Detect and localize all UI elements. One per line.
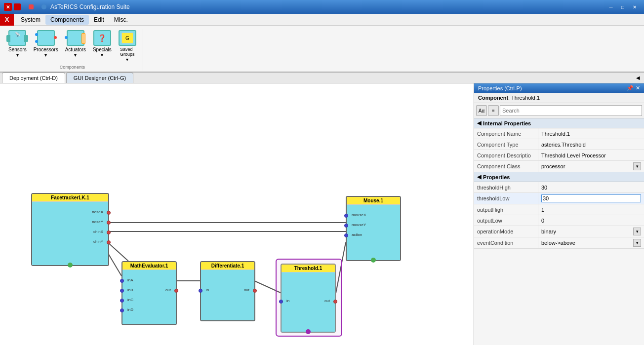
tab-deployment[interactable]: Deployment (Ctrl-D) <box>2 73 65 83</box>
collapse-panel-button[interactable]: ◀ <box>634 74 642 81</box>
prop-close-icon[interactable]: ✕ <box>636 85 640 91</box>
section-internal-label: Internal Properties <box>483 120 531 126</box>
mathevaluator-component[interactable]: MathEvaluator.1 inA inB inC inD out <box>121 261 177 325</box>
prop-row-outputHigh: outputHigh <box>474 204 644 215</box>
sensors-dropdown-arrow: ▾ <box>16 52 19 58</box>
operationMode-value: binary <box>541 229 556 234</box>
port-inD[interactable] <box>120 308 124 312</box>
canvas-scroll[interactable]: FacetrackerLK.1 noseX noseY chinX chinY <box>0 83 474 345</box>
differentiate-component[interactable]: Differentiate.1 in out <box>200 261 255 321</box>
thresholdLow-input[interactable] <box>541 194 641 202</box>
prop-name-operationMode: operationMode <box>474 226 538 237</box>
mouse-component[interactable]: Mouse.1 mouseX mouseY action <box>346 196 401 261</box>
specials-button[interactable]: ❓ Specials ▾ <box>90 29 114 64</box>
processors-button[interactable]: Processors ▾ <box>31 29 61 64</box>
component-name-value: Threshold.1 <box>511 95 540 101</box>
prop-row-eventCondition: eventCondition below->above ▾ <box>474 237 644 249</box>
tab-gui-designer[interactable]: GUI Designer (Ctrl-G) <box>66 73 133 83</box>
properties-header: Properties (Ctrl-P) 📌 ✕ <box>474 83 644 93</box>
svg-line-2 <box>108 253 121 276</box>
prop-value-operationMode[interactable]: binary ▾ <box>538 226 644 237</box>
ribbon-group-label: Components <box>60 65 85 71</box>
title-bar: ✕ AsTeRICS Configuration Suite ─ □ ✕ <box>0 0 644 14</box>
menu-edit[interactable]: Edit <box>89 15 109 25</box>
prop-value-component-class[interactable]: processor ▾ <box>538 161 644 172</box>
maximize-button[interactable]: □ <box>617 2 628 11</box>
prop-value-outputHigh[interactable] <box>538 204 644 215</box>
thresholdHigh-input[interactable] <box>541 185 641 191</box>
prop-class-dropdown[interactable]: ▾ <box>633 162 641 170</box>
prop-search-input[interactable] <box>500 105 642 116</box>
port-diff-in[interactable] <box>199 289 202 293</box>
menu-components[interactable]: Components <box>45 15 89 25</box>
port-diff-out[interactable] <box>253 289 257 293</box>
specials-dropdown-arrow: ▾ <box>101 52 103 58</box>
facetracker-component[interactable]: FacetrackerLK.1 noseX noseY chinX chinY <box>31 193 109 266</box>
differentiate-body: in out <box>201 270 254 320</box>
canvas-area[interactable]: FacetrackerLK.1 noseX noseY chinX chinY <box>0 83 474 345</box>
mathevaluator-title: MathEvaluator.1 <box>122 262 176 270</box>
saved-groups-button[interactable]: G SavedGroups ▾ <box>116 29 139 64</box>
port-chinX-out[interactable] <box>107 230 111 234</box>
facetracker-indicator <box>68 263 73 268</box>
outputLow-input[interactable] <box>541 218 641 224</box>
port-inB[interactable] <box>120 289 124 293</box>
port-noseY-out[interactable] <box>107 221 111 225</box>
specials-label: Specials <box>93 47 112 52</box>
component-name-header: Component: Threshold.1 <box>474 93 644 103</box>
operationMode-dropdown[interactable]: ▾ <box>633 228 641 235</box>
prop-sort-alpha-button[interactable]: Aα <box>476 105 487 116</box>
label-inD: inD <box>127 307 133 312</box>
prop-value-thresholdHigh[interactable] <box>538 182 644 192</box>
prop-categorize-button[interactable]: ≡ <box>488 105 499 116</box>
title-controls[interactable]: ─ □ ✕ <box>605 2 640 11</box>
port-chinY-out[interactable] <box>107 240 111 244</box>
minimize-button[interactable]: ─ <box>605 2 616 11</box>
mouse-body: mouseX mouseY action <box>347 205 400 260</box>
prop-name-component-desc: Component Descriptio <box>474 150 538 160</box>
port-mouseX-in[interactable] <box>344 214 348 218</box>
port-inA[interactable] <box>120 279 124 283</box>
menu-misc[interactable]: Misc. <box>109 15 133 25</box>
port-thresh-in[interactable] <box>279 300 283 304</box>
workspace-area: FacetrackerLK.1 noseX noseY chinX chinY <box>0 83 644 345</box>
prop-row-component-type: Component Type asterics.Threshold <box>474 139 644 150</box>
port-math-out[interactable] <box>174 289 178 293</box>
threshold-component[interactable]: Threshold.1 in out <box>281 264 336 333</box>
prop-value-thresholdLow[interactable] <box>538 193 644 204</box>
title-logo: ✕ <box>4 3 12 11</box>
help-icon <box>41 4 46 9</box>
port-thresh-out[interactable] <box>333 300 337 304</box>
prop-value-eventCondition[interactable]: below->above ▾ <box>538 237 644 248</box>
outputHigh-input[interactable] <box>541 207 641 213</box>
prop-name-outputLow: outputLow <box>474 215 538 226</box>
port-mouseY-in[interactable] <box>344 224 348 228</box>
prop-pin-icon[interactable]: 📌 <box>627 85 634 91</box>
facetracker-body: noseX noseY chinX chinY <box>32 202 108 265</box>
prop-name-eventCondition: eventCondition <box>474 237 538 248</box>
facetracker-title: FacetrackerLK.1 <box>32 194 108 202</box>
menu-logo: X <box>0 14 14 26</box>
differentiate-title: Differentiate.1 <box>201 262 254 270</box>
section-internal-header[interactable]: ◀ Internal Properties <box>474 118 644 128</box>
label-mouseY: mouseY <box>352 223 366 227</box>
ribbon-group-components: 📡 Sensors ▾ Processors ▾ <box>2 29 143 71</box>
port-inC[interactable] <box>120 299 124 303</box>
label-action: action <box>352 232 362 237</box>
label-noseX: noseX <box>92 210 103 214</box>
eventCondition-dropdown[interactable]: ▾ <box>633 239 641 247</box>
actuators-button[interactable]: Actuators ▾ <box>63 29 88 64</box>
menu-system[interactable]: System <box>16 15 45 25</box>
prop-value-component-type: asterics.Threshold <box>538 139 644 150</box>
section-properties-header[interactable]: ◀ Properties <box>474 172 644 182</box>
sensors-button[interactable]: 📡 Sensors ▾ <box>6 29 29 64</box>
ribbon: 📡 Sensors ▾ Processors ▾ <box>0 26 644 73</box>
mouse-title: Mouse.1 <box>347 197 400 205</box>
section-internal-rows: Component Name Threshold.1 Component Typ… <box>474 128 644 172</box>
port-action-in[interactable] <box>344 233 348 237</box>
port-noseX-out[interactable] <box>107 211 111 215</box>
prop-value-component-name: Threshold.1 <box>538 128 644 139</box>
prop-name-component-class: Component Class <box>474 161 538 172</box>
close-button[interactable]: ✕ <box>629 2 640 11</box>
prop-value-outputLow[interactable] <box>538 215 644 226</box>
